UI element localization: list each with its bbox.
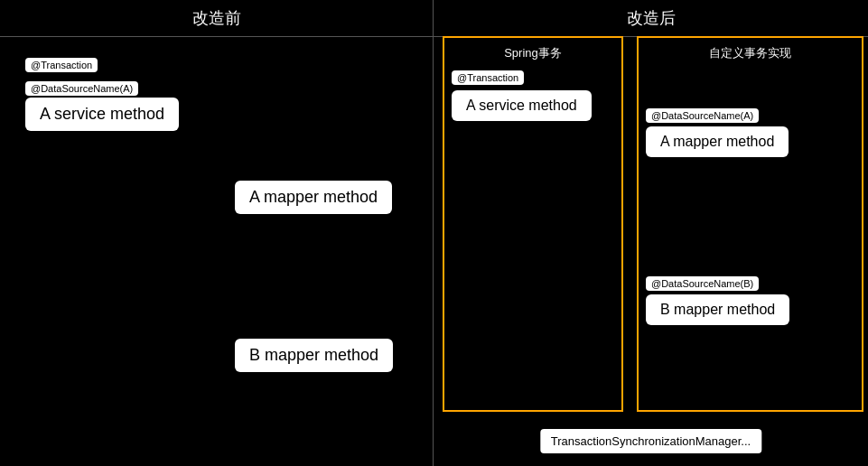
main-container: 改造前 @Transaction @DataSourceName(A) A se… xyxy=(0,0,868,466)
before-datasource-tag-a: @DataSourceName(A) xyxy=(25,79,138,96)
after-transaction-tag: @Transaction xyxy=(452,69,614,85)
tsm-box: TransactionSynchronizationManager... xyxy=(540,429,761,453)
before-mapper-b-box: B mapper method xyxy=(235,339,393,372)
after-mapper-a-group: @DataSourceName(A) A mapper method xyxy=(646,107,854,157)
panel-before: 改造前 @Transaction @DataSourceName(A) A se… xyxy=(0,0,434,466)
before-service-method-box: A service method xyxy=(25,98,179,131)
after-service-method-box: A service method xyxy=(452,90,614,121)
before-mapper-a-box: A mapper method xyxy=(235,181,392,214)
before-title: 改造前 xyxy=(0,0,433,37)
before-transaction-tag: @Transaction xyxy=(25,56,98,72)
panel-after: 改造后 Spring事务 @Transaction A service meth… xyxy=(434,0,868,466)
custom-col: 自定义事务实现 @DataSourceName(A) A mapper meth… xyxy=(637,36,863,412)
tsm-box-container: TransactionSynchronizationManager... xyxy=(540,429,761,453)
after-mapper-b-group: @DataSourceName(B) B mapper method xyxy=(646,275,854,325)
custom-col-title: 自定义事务实现 xyxy=(646,45,854,61)
spring-col-title: Spring事务 xyxy=(452,45,614,61)
after-title: 改造后 xyxy=(434,0,868,37)
spring-col: Spring事务 @Transaction A service method xyxy=(443,36,623,412)
